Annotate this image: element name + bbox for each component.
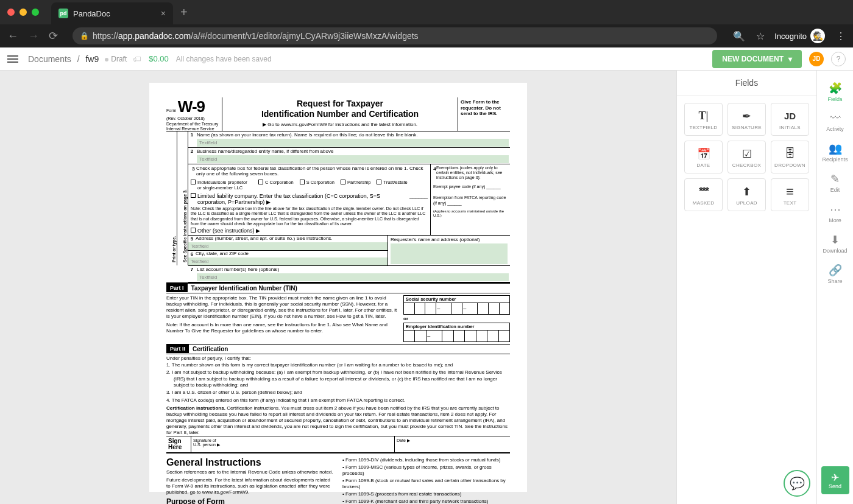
sidebar-item-recipients[interactable]: 👥Recipients [817,137,853,167]
new-document-button[interactable]: NEW DOCUMENT ▾ [712,50,802,68]
sidebar-item-fields[interactable]: 🧩Fields [817,77,853,107]
url-input[interactable]: 🔒 https://app.pandadoc.com/a/#/document/… [73,27,717,44]
line1-label: Name (as shown on your income tax return… [197,132,509,138]
cb-partnership[interactable]: Partnership [341,180,370,191]
search-icon[interactable]: 🔍 [733,30,745,42]
cb-other[interactable]: Other (see instructions) ▶ [191,228,428,234]
save-status: All changes have been saved [176,55,272,63]
draft-status: Draft [105,55,127,63]
form-label: Form [166,108,176,113]
ssn-label: Social security number [403,295,510,303]
part1-title: Taxpayer Identification Number (TIN) [188,284,301,293]
share-icon: 🔗 [829,264,842,277]
star-icon[interactable]: ☆ [756,30,765,42]
form-goto: ▶ Go to www.irs.gov/FormW9 for instructi… [225,122,455,127]
field-text[interactable]: ≡TEXT [771,178,809,211]
line5-label: Address (number, street, and apt. or sui… [196,236,333,242]
cb-llc[interactable]: Limited liability company. Enter the tax… [191,193,428,205]
form-give-to: Give Form to the requester. Do not send … [458,97,510,131]
form-title: Request for Taxpayer Identification Numb… [225,99,455,119]
gi-sec-ref: Section references are to the Internal R… [166,469,334,475]
favicon: pd [58,9,68,18]
puzzle-icon: 🧩 [829,82,842,95]
app-header: Documents / fw9 Draft 🏷 $0.00 All change… [0,47,853,71]
help-button[interactable]: ? [831,52,846,66]
browser-tab-bar: pd PandaDoc × + [0,0,853,24]
line2-textfield[interactable]: Textfield [197,155,509,163]
incognito-icon: 🕵 [810,29,825,43]
field-textfield[interactable]: T|TEXTFIELD [684,103,723,136]
browser-tab[interactable]: pd PandaDoc × [51,2,173,24]
edit-icon: ✎ [830,172,840,186]
tag-icon[interactable]: 🏷 [133,54,141,64]
line7-textfield[interactable]: Textfield [197,273,509,281]
lock-icon: 🔒 [80,32,89,40]
send-button[interactable]: ✈Send [821,466,849,494]
field-initials[interactable]: JDINITIALS [771,103,809,136]
minimize-window-button[interactable] [19,9,27,16]
chevron-down-icon: ▾ [788,55,792,63]
sidebar-item-activity[interactable]: 〰Activity [817,107,853,137]
cb-individual[interactable]: Individual/sole proprietor or single-mem… [191,180,252,191]
tab-title: PandaDoc [73,9,156,18]
forward-button[interactable]: → [28,30,39,43]
line2-label: Business name/disregarded entity name, i… [197,149,509,155]
close-tab-button[interactable]: × [161,9,166,18]
people-icon: 👥 [829,142,842,155]
chat-button[interactable]: 💬 [784,470,810,497]
part2-title: Certification [189,345,232,354]
requester-textfield[interactable] [391,243,508,264]
field-date[interactable]: 📅DATE [684,141,723,173]
close-window-button[interactable] [7,9,15,16]
line6-textfield[interactable]: Textfield [188,257,388,265]
cb-ccorp[interactable]: C Corporation [258,180,294,191]
textfield-icon: T| [699,109,709,124]
avatar[interactable]: JD [809,52,824,66]
line5-textfield[interactable]: Textfield [188,242,388,250]
line6-label: City, state, and ZIP code [196,251,249,257]
field-dropdown[interactable]: 🗄DROPDOWN [771,141,809,173]
field-masked[interactable]: ***MASKED [684,178,723,211]
sidebar-item-download[interactable]: ⬇Download [817,228,853,259]
sidebar-item-share[interactable]: 🔗Share [817,259,853,289]
document-canvas[interactable]: Form W-9 (Rev. October 2018) Department … [0,71,676,504]
part1-text: Enter your TIN in the appropriate box. T… [166,295,398,320]
ssn-input[interactable]: –– [403,303,510,315]
download-icon: ⬇ [830,233,840,247]
right-sidebar: 🧩Fields 〰Activity 👥Recipients ✎Edit ⋯Mor… [816,71,853,504]
breadcrumb-root[interactable]: Documents [28,54,71,64]
menu-button[interactable] [7,55,18,63]
more-icon: ⋯ [830,203,841,216]
penalties-text: Under penalties of perjury, I certify th… [166,355,510,361]
breadcrumb-current: fw9 [85,54,99,64]
form-revision: (Rev. October 2018) [166,116,219,121]
requester-label: Requester's name and address (optional) [391,237,508,243]
field-signature[interactable]: ✒SIGNATURE [727,103,766,136]
cb-scorp[interactable]: S Corporation [300,180,334,191]
fatca-applies: (Applies to accounts maintained outside … [433,209,508,218]
cb-trust[interactable]: Trust/estate [377,180,407,191]
part1-note: Note: If the account is in more than one… [166,322,398,334]
ein-input[interactable]: – [403,330,510,342]
fields-panel: Fields T|TEXTFIELD ✒SIGNATURE JDINITIALS… [676,71,816,504]
incognito-indicator: Incognito 🕵 [774,29,825,43]
sign-here-label: Sign Here [166,436,191,452]
panel-title: Fields [677,71,816,96]
sidebar-item-edit[interactable]: ✎Edit [817,167,853,198]
reload-button[interactable]: ⟳ [49,29,58,43]
sidebar-item-more[interactable]: ⋯More [817,198,853,228]
send-icon: ✈ [831,472,839,483]
new-tab-button[interactable]: + [180,5,188,19]
maximize-window-button[interactable] [32,9,39,16]
line1-textfield[interactable]: Textfield [197,139,509,147]
back-button[interactable]: ← [7,30,18,43]
price-label: $0.00 [149,54,169,63]
field-upload[interactable]: ⬆UPLOAD [727,178,766,211]
date-label: Date ▶ [394,436,510,452]
signature-icon: ✒ [742,109,751,124]
menu-icon[interactable]: ⋮ [836,30,846,42]
field-checkbox[interactable]: ☑CHECKBOX [727,141,766,173]
line7-label: List account number(s) here (optional) [197,267,509,273]
breadcrumb: Documents / fw9 [28,54,99,64]
signature-label: Signature of U.S. person ▶ [191,436,394,452]
